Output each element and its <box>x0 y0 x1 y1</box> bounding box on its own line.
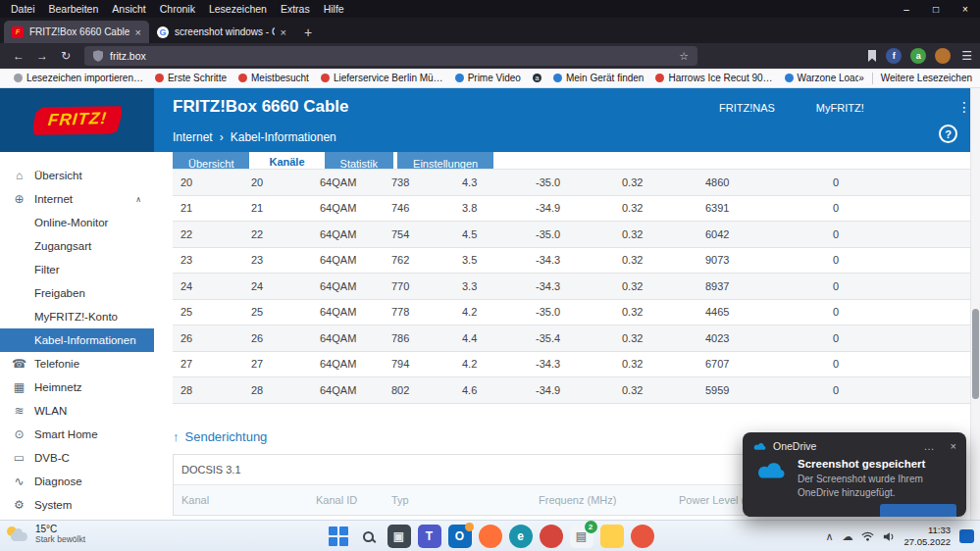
outlook-icon[interactable]: O <box>448 525 472 548</box>
sidebar-item-label: Telefonie <box>34 358 79 370</box>
sidebar-item-label: Internet <box>34 193 73 205</box>
tab-close-icon[interactable]: × <box>281 26 286 38</box>
chat-app-icon[interactable]: ▣ <box>387 525 411 548</box>
sidebar-item-dvb-c[interactable]: ▭DVB-C <box>0 446 154 470</box>
firefox-icon[interactable] <box>479 525 502 548</box>
sidebar-item-internet[interactable]: ⊕Internet∧ <box>0 187 154 211</box>
bookmark-item[interactable]: Warzone Loadout - W… <box>779 73 859 83</box>
sidebar-item-kabel-informationen[interactable]: Kabel-Informationen <box>0 328 154 352</box>
scrollbar-thumb[interactable] <box>972 309 979 399</box>
maximize-button[interactable]: □ <box>921 4 951 15</box>
sidebar-item-zugangsart[interactable]: Zugangsart <box>0 234 154 258</box>
reload-button[interactable]: ↻ <box>55 49 77 63</box>
table-cell: 6042 <box>697 228 825 240</box>
bookmark-star-icon[interactable]: ☆ <box>679 50 689 63</box>
account-badge-icon[interactable]: f <box>886 48 902 64</box>
bookmark-item[interactable]: Prime Video <box>449 73 527 83</box>
sidebar-item-diagnose[interactable]: ∿Diagnose <box>0 470 154 493</box>
close-button[interactable]: × <box>951 4 980 15</box>
onedrive-cloud-icon <box>752 441 767 451</box>
table-row: 222264QAM7544.5-35.00.3260420 <box>173 222 970 248</box>
notes-icon[interactable]: ▤2 <box>570 525 593 548</box>
toast-more-icon[interactable]: … <box>924 440 935 452</box>
pocket-icon[interactable] <box>867 50 877 62</box>
menu-chronik[interactable]: Chronik <box>153 3 202 15</box>
table-cell: 28 <box>173 384 243 396</box>
clock[interactable]: 11:33 27.05.2022 <box>903 525 951 549</box>
bookmark-item[interactable]: Erste Schritte <box>149 73 232 83</box>
app-orange-icon[interactable] <box>631 525 654 548</box>
browser-tab-google[interactable]: G screenshot windows - Google S × <box>149 21 294 43</box>
browser-tab-fritzbox[interactable]: F FRITZ!Box 6660 Cable × <box>4 21 149 43</box>
weather-widget[interactable]: 15°C Stark bewölkt <box>7 524 85 544</box>
scrollbar[interactable] <box>970 88 980 520</box>
sidebar-menu: ⌂Übersicht⊕Internet∧Online-MonitorZugang… <box>0 164 154 517</box>
sidebar-item-filter[interactable]: Filter <box>0 258 154 281</box>
breadcrumb-section[interactable]: Internet <box>173 130 213 144</box>
fritznas-link[interactable]: FRITZ!NAS <box>719 102 775 114</box>
menu-hilfe[interactable]: Hilfe <box>317 3 351 15</box>
table-row: 212164QAM7463.8-34.90.3263910 <box>173 196 970 223</box>
forward-button[interactable]: → <box>31 49 53 63</box>
account-badge-icon[interactable]: a <box>910 48 926 64</box>
menu-lesezeichen[interactable]: Lesezeichen <box>202 3 274 15</box>
menu-datei[interactable]: Datei <box>4 3 42 15</box>
sidebar-item-telefonie[interactable]: ☎Telefonie <box>0 352 154 376</box>
bookmark-favicon-icon <box>321 74 330 82</box>
bookmark-item[interactable]: Mein Gerät finden <box>547 73 650 83</box>
table-cell: 64QAM <box>312 202 384 214</box>
bookmark-item[interactable]: Meistbesucht <box>232 73 315 83</box>
table-cell: 64QAM <box>312 280 384 292</box>
volume-icon[interactable] <box>883 531 895 542</box>
more-bookmarks-button[interactable]: Weitere Lesezeichen <box>881 73 972 83</box>
tv-icon: ▭ <box>12 451 26 465</box>
account-badge-icon[interactable] <box>935 48 951 64</box>
table-cell: 28 <box>243 384 312 396</box>
table-cell: -35.4 <box>528 332 614 344</box>
sidebar-item-wlan[interactable]: ≋WLAN <box>0 399 154 423</box>
table-cell: 4.4 <box>454 332 528 344</box>
sidebar-item-online-monitor[interactable]: Online-Monitor <box>0 211 154 234</box>
chevron-up-icon[interactable]: ∧ <box>825 530 833 543</box>
minimize-button[interactable]: – <box>892 4 921 15</box>
bookmark-item[interactable]: Lesezeichen importieren… <box>8 73 149 83</box>
bookmarks-overflow-icon[interactable]: » <box>858 73 864 83</box>
url-bar[interactable]: fritz.box ☆ <box>84 46 697 66</box>
tab-close-icon[interactable]: × <box>135 26 141 38</box>
menu-bearbeiten[interactable]: Bearbeiten <box>42 3 106 15</box>
kebab-menu-icon[interactable]: ⋮ <box>957 99 971 115</box>
app-red-icon[interactable] <box>540 525 563 548</box>
edge-icon[interactable]: e <box>509 525 533 548</box>
screen: DateiBearbeitenAnsichtChronikLesezeichen… <box>0 0 980 551</box>
bookmark-item[interactable]: Harrows Ice Recut 90… <box>649 73 778 83</box>
bookmark-item[interactable]: a <box>527 74 547 82</box>
sidebar-item-myfritz-konto[interactable]: MyFRITZ!-Konto <box>0 305 154 328</box>
wifi-icon[interactable] <box>861 531 874 542</box>
start-button[interactable] <box>327 525 350 548</box>
toast-close-icon[interactable]: × <box>951 440 956 452</box>
teams-icon[interactable]: T <box>418 525 441 548</box>
notification-center-badge[interactable] <box>959 529 974 543</box>
sidebar-item-smart-home[interactable]: ⊙Smart Home <box>0 423 154 446</box>
table-cell: 64QAM <box>312 358 384 370</box>
sidebar-item-heimnetz[interactable]: ▦Heimnetz <box>0 376 154 399</box>
help-button[interactable]: ? <box>939 125 957 143</box>
menu-extras[interactable]: Extras <box>274 3 317 15</box>
explorer-icon[interactable] <box>600 525 624 548</box>
sidebar-item-system[interactable]: ⚙System <box>0 493 154 517</box>
menu-icon[interactable]: ☰ <box>961 49 972 63</box>
bookmark-favicon-icon <box>14 74 23 82</box>
table-cell: 4023 <box>697 332 825 344</box>
toast-description: Der Screenshot wurde Ihrem OneDrive hinz… <box>798 473 947 499</box>
onedrive-tray-icon[interactable]: ☁ <box>842 530 852 543</box>
toast-action-button[interactable] <box>880 504 956 517</box>
search-button[interactable] <box>357 525 381 548</box>
sidebar-item-bersicht[interactable]: ⌂Übersicht <box>0 164 154 187</box>
table-cell: 0 <box>825 254 970 266</box>
myfritz-link[interactable]: MyFRITZ! <box>816 102 864 114</box>
new-tab-button[interactable]: + <box>304 25 312 40</box>
sidebar-item-freigaben[interactable]: Freigaben <box>0 281 154 305</box>
back-button[interactable]: ← <box>8 49 29 63</box>
menu-ansicht[interactable]: Ansicht <box>105 3 152 15</box>
bookmark-item[interactable]: Lieferservice Berlin Mü… <box>315 73 449 83</box>
